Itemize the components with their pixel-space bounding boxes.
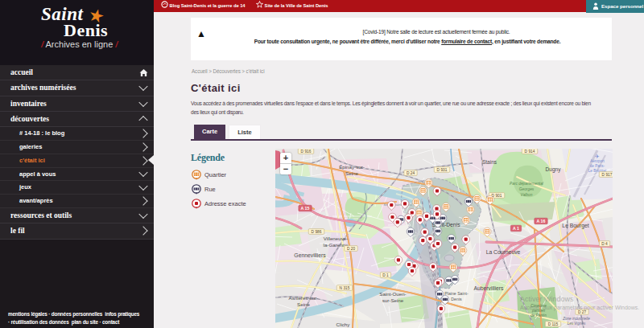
svg-text:D 24: D 24: [407, 171, 415, 175]
svg-text:Aubervilliers: Aubervilliers: [473, 285, 504, 291]
svg-text:D 20: D 20: [347, 247, 355, 251]
svg-text:D 1: D 1: [382, 273, 389, 277]
svg-text:A 15: A 15: [301, 206, 310, 211]
svg-text:Villeneuve-: Villeneuve-: [324, 236, 349, 241]
svg-text:Valbon: Valbon: [521, 193, 533, 197]
svg-text:Seine: Seine: [345, 170, 358, 176]
svg-text:de Pantin: de Pantin: [530, 314, 547, 318]
svg-text:Clichy: Clichy: [336, 322, 351, 327]
svg-text:Asnières-sur-: Asnières-sur-: [289, 295, 319, 301]
svg-text:A 16: A 16: [537, 219, 546, 223]
svg-text:Zone industrielle: Zone industrielle: [562, 317, 590, 321]
svg-text:D 986: D 986: [312, 230, 322, 234]
svg-text:D 27: D 27: [578, 310, 586, 314]
svg-text:D 931: D 931: [437, 168, 448, 172]
svg-text:sur-Seine: sur-Seine: [382, 297, 404, 303]
svg-text:de Paris-: de Paris-: [590, 164, 605, 168]
svg-text:Parc départemental: Parc départemental: [510, 182, 544, 186]
svg-text:Saint-Ouen-: Saint-Ouen-: [379, 291, 406, 297]
svg-text:D 914: D 914: [525, 150, 535, 154]
svg-text:Plaine Saint-: Plaine Saint-: [444, 291, 469, 296]
svg-text:Épinay-sur-: Épinay-sur-: [339, 164, 365, 170]
svg-text:Stains: Stains: [482, 159, 497, 165]
svg-text:Le Bourget: Le Bourget: [562, 223, 588, 229]
svg-text:D 917: D 917: [602, 173, 613, 177]
svg-text:Dugny: Dugny: [546, 166, 562, 173]
svg-text:✈: ✈: [595, 154, 600, 159]
svg-text:N 315: N 315: [340, 286, 350, 290]
svg-text:Denis: Denis: [451, 297, 462, 301]
svg-text:Les Vignes: Les Vignes: [568, 322, 586, 326]
svg-text:Aéroport: Aéroport: [590, 159, 605, 163]
svg-text:D 115: D 115: [548, 322, 559, 326]
svg-text:D 4: D 4: [601, 242, 608, 246]
svg-text:D 916: D 916: [301, 150, 312, 154]
svg-text:Gennevilliers: Gennevilliers: [294, 252, 326, 258]
svg-text:La Courneuve: La Courneuve: [486, 249, 521, 255]
svg-text:Georges: Georges: [519, 187, 535, 191]
svg-text:Seine: Seine: [297, 301, 310, 307]
svg-text:A 1: A 1: [513, 226, 519, 231]
